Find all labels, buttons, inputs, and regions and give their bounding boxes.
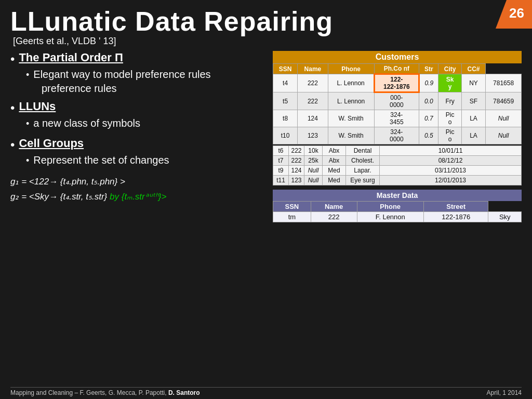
cell-t11-date: 12/01/2013 bbox=[380, 176, 522, 185]
master-cell-tm-street: Sky bbox=[488, 212, 522, 222]
cell-t5-ssn: 222 bbox=[298, 92, 328, 110]
sub-bullet-text-symbols: a new class of symbols bbox=[33, 117, 140, 129]
cell-t8-phconf: 0.7 bbox=[419, 110, 438, 127]
sub-bullet-symbols: • a new class of symbols bbox=[26, 117, 265, 131]
cell-t8-ssn: 124 bbox=[298, 110, 328, 127]
cell-t4-id: t4 bbox=[273, 74, 298, 92]
cell-t7-name: 25k bbox=[304, 156, 323, 166]
cell-t8-cc: Null bbox=[486, 110, 522, 127]
table-row: t6 222 10k Abx Dental 10/01/11 bbox=[273, 146, 522, 156]
cell-t11-dept: Eye surg bbox=[346, 176, 380, 185]
bullet-partial-order: • The Partial Order Π bbox=[10, 51, 265, 66]
customers-table-wrapper: Customers SSN Name Phone Ph.Co nf Str Ci… bbox=[273, 51, 522, 185]
master-header-row: SSN Name Phone Street bbox=[273, 202, 522, 212]
master-cell-tm-name: F. Lennon bbox=[357, 212, 423, 222]
slide-subtitle: [Geerts et al., VLDB ' 13] bbox=[13, 36, 522, 47]
cell-t5-phone: 000-0000 bbox=[374, 92, 419, 110]
sub-bullet-dot-2: • bbox=[26, 118, 29, 129]
col-header-name: Name bbox=[298, 64, 328, 74]
col-header-phconf: Ph.Co nf bbox=[374, 64, 419, 74]
master-cell-tm-id: tm bbox=[273, 212, 311, 222]
cell-t6-id: t6 bbox=[273, 146, 289, 156]
formula-g2-prefix: g₂ = <Sky→ {t₄.str, t₅.str} bbox=[10, 192, 107, 202]
right-column: Customers SSN Name Phone Ph.Co nf Str Ci… bbox=[273, 51, 522, 385]
table-row: t10 123 W. Smith 324-0000 0.5 Pico LA Nu… bbox=[273, 127, 522, 144]
cell-t9-phone: Med bbox=[323, 166, 346, 176]
table-row: t11 123 Null Med Eye surg 12/01/2013 bbox=[273, 176, 522, 185]
formula-section: g₁ = <122→ {t₄.phn, t₅.phn} > g₂ = <Sky→… bbox=[10, 175, 265, 205]
cell-t4-str: Sky bbox=[438, 74, 461, 92]
cell-t5-str: Fry bbox=[438, 92, 461, 110]
cell-t5-id: t5 bbox=[273, 92, 298, 110]
sub-bullet-dot-3: • bbox=[26, 155, 29, 166]
slide-number: 26 bbox=[509, 5, 524, 21]
cell-t6-ssn: 222 bbox=[289, 146, 304, 156]
cell-t6-date: 10/01/11 bbox=[380, 146, 522, 156]
footer: Mapping and Cleaning – F. Geerts, G. Mec… bbox=[10, 387, 522, 396]
cell-t10-name: W. Smith bbox=[328, 127, 374, 144]
bullet-dot-3: • bbox=[10, 138, 15, 152]
master-table: SSN Name Phone Street tm 222 F. Lennon 1… bbox=[273, 201, 522, 222]
cell-t10-city: LA bbox=[461, 127, 485, 144]
master-col-name: Name bbox=[311, 202, 357, 212]
cell-t7-ssn: 222 bbox=[289, 156, 304, 166]
cell-t5-phconf: 0.0 bbox=[419, 92, 438, 110]
formula-g2: g₂ = <Sky→ {t₄.str, t₅.str} by {tₘ.strᵃᵘ… bbox=[10, 190, 265, 204]
cell-t11-id: t11 bbox=[273, 176, 289, 185]
col-header-cc: CC# bbox=[461, 64, 485, 74]
sub-bullet-elegant: • Elegant way to model preference rules … bbox=[26, 69, 265, 95]
cell-t6-phone: Abx bbox=[323, 146, 346, 156]
col-header-phone: Phone bbox=[328, 64, 374, 74]
bullet-dot-1: • bbox=[10, 52, 15, 66]
cell-t4-city: NY bbox=[461, 74, 485, 92]
cell-t7-date: 08/12/12 bbox=[380, 156, 522, 166]
customers-table: SSN Name Phone Ph.Co nf Str City CC# t4 bbox=[273, 63, 522, 144]
customers-table-title: Customers bbox=[273, 51, 522, 63]
bullet-lluns: • LLUNs bbox=[10, 100, 265, 115]
sub-bullet-text-preference: preference rules bbox=[42, 83, 265, 95]
cell-t8-phone: 324-3455 bbox=[374, 110, 419, 127]
col-header-city: City bbox=[438, 64, 461, 74]
table-row: t4 222 L. Lennon 122-122-1876 0.9 Sky NY… bbox=[273, 74, 522, 92]
cell-t11-ssn: 123 bbox=[289, 176, 304, 185]
cell-t10-phone: 324-0000 bbox=[374, 127, 419, 144]
cell-t9-dept: Lapar. bbox=[346, 166, 380, 176]
formula-g2-suffix: by {tₘ.strᵃᵘᵗʰ}> bbox=[107, 192, 166, 202]
footer-author-bold: D. Santoro bbox=[168, 389, 200, 396]
cell-t5-cc: 784659 bbox=[486, 92, 522, 110]
cell-t10-ssn: 123 bbox=[298, 127, 328, 144]
master-col-street: Street bbox=[423, 202, 488, 212]
sub-bullet-text-changes: Represent the set of changes bbox=[33, 154, 169, 166]
bullet-text-cell-groups: Cell Groups bbox=[19, 137, 84, 150]
slide-title: LLunatic Data Repairing bbox=[10, 8, 522, 35]
cell-t7-id: t7 bbox=[273, 156, 289, 166]
cell-t8-name: W. Smith bbox=[328, 110, 374, 127]
footer-left: Mapping and Cleaning – F. Geerts, G. Mec… bbox=[10, 389, 200, 396]
footer-authors: Mapping and Cleaning – F. Geerts, G. Mec… bbox=[10, 389, 167, 396]
cell-t11-phone: Med bbox=[323, 176, 346, 185]
cell-t9-ssn: 124 bbox=[289, 166, 304, 176]
bullet-text-lluns: LLUNs bbox=[19, 100, 56, 113]
customers-visits-table: t6 222 10k Abx Dental 10/01/11 t7 222 25… bbox=[273, 145, 522, 185]
cell-t11-name: Null bbox=[304, 176, 323, 185]
cell-t4-phconf: 0.9 bbox=[419, 74, 438, 92]
cell-t7-phone: Abx bbox=[323, 156, 346, 166]
cell-t4-ssn: 222 bbox=[298, 74, 328, 92]
master-table-wrapper: Master Data SSN Name Phone Street tm bbox=[273, 190, 522, 222]
cell-t9-name: Null bbox=[304, 166, 323, 176]
cell-t8-id: t8 bbox=[273, 110, 298, 127]
master-table-title: Master Data bbox=[273, 190, 522, 201]
cell-t7-dept: Cholest. bbox=[346, 156, 380, 166]
cell-t10-id: t10 bbox=[273, 127, 298, 144]
cell-t4-name: L. Lennon bbox=[328, 74, 374, 92]
cell-t10-cc: Null bbox=[486, 127, 522, 144]
cell-t8-str: Pico bbox=[438, 110, 461, 127]
sub-bullet-text-elegant: Elegant way to model preference rules bbox=[33, 69, 210, 81]
bullet-dot-2: • bbox=[10, 101, 15, 115]
cell-t6-name: 10k bbox=[304, 146, 323, 156]
cell-t9-date: 03/11/2013 bbox=[380, 166, 522, 176]
table-row: t9 124 Null Med Lapar. 03/11/2013 bbox=[273, 166, 522, 176]
footer-right: April, 1 2014 bbox=[487, 389, 522, 396]
master-col-ssn: SSN bbox=[273, 202, 311, 212]
cell-t9-id: t9 bbox=[273, 166, 289, 176]
